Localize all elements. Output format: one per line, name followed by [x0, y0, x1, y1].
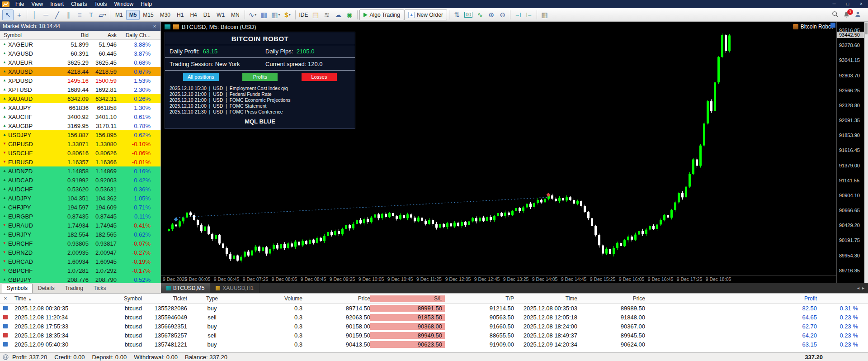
history-column-profit-10[interactable]: Profit: [645, 295, 817, 302]
history-column-symbol-1[interactable]: Symbol: [101, 295, 142, 302]
market-watch-header[interactable]: Symbol Bid Ask Daily Ch...: [0, 31, 160, 40]
price-scale[interactable]: 93442.50 93516.0593278.6093041.1592803.7…: [836, 22, 864, 283]
market-watch-row[interactable]: ▲AUDJPY104.351104.3621.05%: [0, 194, 160, 203]
history-row[interactable]: 2025.12.08 11:20:34btcusd1355946049sell0…: [0, 313, 868, 322]
line-chart-type-button[interactable]: ∿▾: [247, 10, 259, 20]
chart-tab-xauusd-h1[interactable]: XAUUSD,H1: [210, 283, 259, 293]
timeframe-m15[interactable]: M15: [140, 10, 156, 20]
market-watch-row[interactable]: ▲XPDUSD1495.161500.591.53%: [0, 76, 160, 85]
crosshair-tool-button[interactable]: +: [14, 10, 25, 20]
market-watch-row[interactable]: ▲EURGBP0.874350.874450.11%: [0, 212, 160, 221]
cloud-button[interactable]: ☁: [333, 10, 344, 20]
history-header[interactable]: ×Time▲SymbolTicketTypeVolumePriceS/LT/PT…: [0, 294, 868, 304]
timeframe-m30[interactable]: M30: [157, 10, 174, 20]
auto-scroll-button[interactable]: |←: [524, 10, 535, 20]
market-watch-tab-details[interactable]: Details: [33, 284, 60, 293]
market-watch-row[interactable]: ▼EURCHF0.938050.93817-0.07%: [0, 239, 160, 248]
timeframe-m1[interactable]: M1: [112, 10, 126, 20]
history-row[interactable]: 2025.12.08 17:55:33btcusd1356692351buy0.…: [0, 322, 868, 331]
fibonacci-tool-button[interactable]: ≡: [74, 10, 85, 20]
market-watch-row[interactable]: ▲GBPJPY208.776208.7900.52%: [0, 275, 160, 283]
toolbox-close-icon[interactable]: ×: [0, 295, 11, 302]
tab-scroll-right-icon[interactable]: ▸: [862, 285, 864, 290]
market-basket-button[interactable]: ▤: [310, 10, 321, 20]
market-watch-row[interactable]: ▲XAUGBP3169.953170.110.78%: [0, 121, 160, 130]
market-watch-row[interactable]: ▲XAUEUR3625.293625.450.68%: [0, 58, 160, 67]
search-button[interactable]: [832, 11, 839, 19]
time-axis[interactable]: 9 Dec 20259 Dec 06:059 Dec 06:459 Dec 07…: [161, 275, 836, 283]
minimize-icon[interactable]: ─: [827, 0, 841, 8]
timeframe-h1[interactable]: H1: [174, 10, 187, 20]
timeframe-h4[interactable]: H4: [187, 10, 200, 20]
zoom-out-button[interactable]: ⊖: [497, 10, 508, 20]
column-symbol[interactable]: Symbol: [0, 32, 61, 38]
market-watch-row[interactable]: ▲CHFJPY194.597194.6090.71%: [0, 203, 160, 212]
history-row[interactable]: 2025.12.09 05:40:30btcusd1357481221buy0.…: [0, 340, 868, 349]
menu-item-window[interactable]: Window: [111, 1, 137, 7]
new-order-button[interactable]: +New Order: [404, 10, 447, 20]
history-column-type-3[interactable]: Type: [187, 295, 237, 302]
data-window-button[interactable]: ▦: [539, 10, 550, 20]
history-column-ticket-2[interactable]: Ticket: [142, 295, 187, 302]
timeframe-w1[interactable]: W1: [213, 10, 228, 20]
market-watch-row[interactable]: ▲AUDCHF0.536200.536310.36%: [0, 185, 160, 194]
robot-button-all-positions[interactable]: All positions: [183, 73, 219, 81]
close-icon[interactable]: ×: [854, 0, 868, 8]
market-watch-row[interactable]: ▲AUDNZD1.148581.148690.16%: [0, 166, 160, 176]
market-watch-row[interactable]: ▼USDCHF0.806160.80626-0.06%: [0, 148, 160, 157]
zoom-in-button[interactable]: ⊕: [486, 10, 497, 20]
history-column-volume-4[interactable]: Volume: [237, 295, 302, 302]
timeframe-mn[interactable]: MN: [228, 10, 243, 20]
menu-item-tools[interactable]: Tools: [91, 1, 111, 7]
market-watch-row[interactable]: ▼EURCAD1.609341.60945-0.19%: [0, 257, 160, 266]
market-watch-row[interactable]: ▼GBPUSD1.330711.33080-0.10%: [0, 139, 160, 148]
currency-button[interactable]: $▾: [282, 10, 293, 20]
market-watch-row[interactable]: ▲USDJPY156.887156.8950.62%: [0, 130, 160, 139]
chart-tab-btcusd-m5[interactable]: BTCUSD,M5: [161, 283, 210, 293]
ide-button[interactable]: IDE: [297, 10, 310, 20]
tab-scroll-left-icon[interactable]: ◂: [857, 285, 859, 290]
market-watch-row[interactable]: ▲XAUJPY6618366618581.30%: [0, 103, 160, 112]
history-column-time-0[interactable]: Time▲: [11, 295, 101, 302]
market-watch-row[interactable]: ▼EURAUD1.749341.74945-0.41%: [0, 221, 160, 230]
history-column-t-p-7[interactable]: T/P: [445, 295, 514, 302]
signals-button[interactable]: ≋: [321, 10, 333, 20]
timeframe-d1[interactable]: D1: [200, 10, 213, 20]
column-daily-change[interactable]: Daily Ch...: [117, 32, 160, 38]
grid-button[interactable]: ▦▾: [269, 10, 282, 20]
market-watch-tab-ticks[interactable]: Ticks: [89, 284, 111, 293]
sort-button[interactable]: ⇅: [451, 10, 462, 20]
chart-shift-button[interactable]: →|: [512, 10, 524, 20]
account-button[interactable]: [854, 11, 861, 19]
robot-button-losses[interactable]: Losses: [302, 73, 337, 81]
menu-item-view[interactable]: View: [28, 1, 47, 7]
history-column-time-8[interactable]: Time: [514, 295, 577, 302]
menu-item-insert[interactable]: Insert: [47, 1, 67, 7]
chart-window[interactable]: 9 Dec 20259 Dec 06:059 Dec 06:459 Dec 07…: [161, 22, 868, 283]
one-click-trading-icon[interactable]: [830, 23, 835, 28]
text-tool-button[interactable]: T: [85, 10, 97, 20]
market-watch-row[interactable]: ▲XAGEUR51.89951.9463.88%: [0, 40, 160, 49]
market-watch-row[interactable]: ▲XPTUSD1689.441692.812.30%: [0, 85, 160, 94]
market-watch-row[interactable]: ▼EURUSD1.163571.16366-0.01%: [0, 157, 160, 166]
notifications-button[interactable]: 1: [843, 11, 850, 18]
market-watch-close-icon[interactable]: ×: [151, 24, 158, 29]
market-watch-row[interactable]: ▲AUDCAD0.919920.920030.42%: [0, 176, 160, 185]
trendline-tool-button[interactable]: ╱: [52, 10, 63, 20]
candle-chart-type-button[interactable]: ▥: [258, 10, 269, 20]
vertical-line-tool-button[interactable]: │: [29, 10, 40, 20]
menu-item-help[interactable]: Help: [137, 1, 156, 7]
channel-tool-button[interactable]: ∥: [63, 10, 74, 20]
depth-of-market-button[interactable]: 00: [462, 10, 474, 20]
cursor-tool-button[interactable]: ↖: [2, 10, 14, 20]
community-button[interactable]: ◉: [344, 10, 355, 20]
algo-trading-button[interactable]: Algo Trading: [359, 10, 404, 20]
market-watch-row[interactable]: ▲XAUUSD4218.444218.590.67%: [0, 67, 160, 76]
market-watch-row[interactable]: ▲XAUCHF3400.923401.100.61%: [0, 112, 160, 121]
timeframe-m5[interactable]: M5: [126, 10, 140, 20]
tick-chart-button[interactable]: ∿: [474, 10, 486, 20]
history-row[interactable]: 2025.12.08 00:30:35btcusd1355282086buy0.…: [0, 304, 868, 313]
menu-item-file[interactable]: File: [12, 1, 28, 7]
horizontal-line-tool-button[interactable]: ─: [40, 10, 52, 20]
market-watch-tab-trading[interactable]: Trading: [60, 284, 88, 293]
